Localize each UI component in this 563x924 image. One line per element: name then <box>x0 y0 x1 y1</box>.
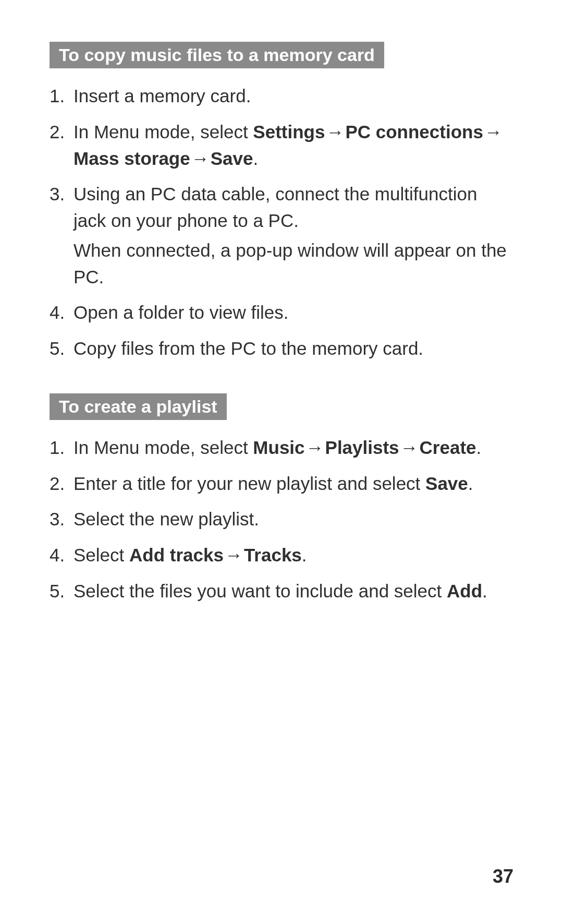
text-run: . <box>302 545 307 565</box>
bold-text: Save <box>425 473 468 494</box>
step-item: Enter a title for your new playlist and … <box>50 471 513 497</box>
text-run: . <box>253 148 258 169</box>
bold-text: Playlists <box>325 437 399 458</box>
arrow-icon: → <box>399 435 420 461</box>
text-run: In Menu mode, select <box>74 437 253 458</box>
arrow-icon: → <box>190 146 211 172</box>
text-run: When connected, a pop-up window will app… <box>74 240 507 287</box>
step-item: In Menu mode, select Settings → PC conne… <box>50 119 513 172</box>
bold-text: Settings <box>253 122 325 142</box>
arrow-icon: → <box>483 119 504 146</box>
text-run: In Menu mode, select <box>74 122 253 142</box>
step-item: Select the new playlist. <box>50 506 513 533</box>
text-run: . <box>476 437 482 458</box>
section-copy-music: To copy music files to a memory card Ins… <box>50 42 513 362</box>
text-run: . <box>482 581 487 601</box>
manual-page: To copy music files to a memory card Ins… <box>0 0 563 924</box>
text-run: Enter a title for your new playlist and … <box>74 473 425 494</box>
step-item: Open a folder to view files. <box>50 299 513 326</box>
step-item: Select Add tracks → Tracks. <box>50 542 513 569</box>
text-run: Open a folder to view files. <box>74 302 288 322</box>
page-number: 37 <box>493 866 513 887</box>
bold-text: Mass storage <box>74 148 190 169</box>
text-run: Using an PC data cable, connect the mult… <box>74 184 477 231</box>
text-run: Select the files you want to include and… <box>74 581 447 601</box>
step-sub-text: When connected, a pop-up window will app… <box>74 237 513 291</box>
arrow-icon: → <box>224 542 244 569</box>
arrow-icon: → <box>325 119 345 146</box>
step-item: In Menu mode, select Music → Playlists →… <box>50 435 513 461</box>
bold-text: PC connections <box>345 122 483 142</box>
step-item: Using an PC data cable, connect the mult… <box>50 181 513 290</box>
bold-text: Save <box>211 148 253 169</box>
text-run: Select <box>74 545 129 565</box>
section-create-playlist: To create a playlist In Menu mode, selec… <box>50 393 513 605</box>
bold-text: Add <box>447 581 482 601</box>
bold-text: Add tracks <box>129 545 224 565</box>
text-run: Copy files from the PC to the memory car… <box>74 338 423 358</box>
steps-list: In Menu mode, select Music → Playlists →… <box>50 435 513 605</box>
bold-text: Create <box>420 437 476 458</box>
arrow-icon: → <box>305 435 325 461</box>
text-run: . <box>468 473 473 494</box>
bold-text: Tracks <box>244 545 302 565</box>
section-heading: To create a playlist <box>50 393 227 420</box>
steps-list: Insert a memory card. In Menu mode, sele… <box>50 83 513 362</box>
bold-text: Music <box>253 437 304 458</box>
step-item: Select the files you want to include and… <box>50 578 513 605</box>
text-run: Select the new playlist. <box>74 509 259 529</box>
step-item: Copy files from the PC to the memory car… <box>50 335 513 362</box>
step-item: Insert a memory card. <box>50 83 513 110</box>
section-heading: To copy music files to a memory card <box>50 42 384 68</box>
text-run: Insert a memory card. <box>74 86 251 106</box>
